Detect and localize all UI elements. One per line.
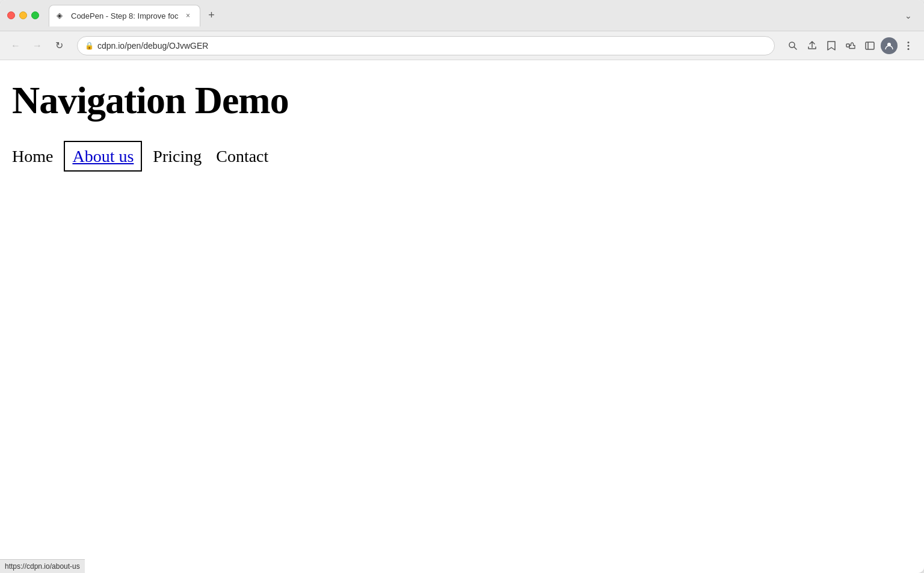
browser-window: ◈ CodePen - Step 8: Improve foc × + ⌄ ← … bbox=[0, 0, 924, 573]
svg-point-7 bbox=[908, 45, 910, 46]
forward-button[interactable]: → bbox=[29, 37, 46, 54]
tab-dropdown-button[interactable]: ⌄ bbox=[900, 7, 917, 24]
svg-rect-2 bbox=[846, 44, 849, 47]
active-tab[interactable]: ◈ CodePen - Step 8: Improve foc × bbox=[49, 5, 200, 26]
maximize-button[interactable] bbox=[31, 11, 39, 19]
nav-item-home: Home bbox=[12, 147, 53, 166]
bookmark-icon-button[interactable] bbox=[823, 37, 840, 54]
minimize-button[interactable] bbox=[19, 11, 27, 19]
svg-point-8 bbox=[908, 48, 910, 50]
nav-item-contact: Contact bbox=[216, 147, 268, 166]
status-bar: https://cdpn.io/about-us bbox=[0, 559, 85, 573]
reload-button[interactable]: ↻ bbox=[51, 37, 67, 54]
url-bar[interactable]: 🔒 cdpn.io/pen/debug/OJvwGER bbox=[77, 36, 775, 55]
codepen-icon: ◈ bbox=[57, 11, 66, 20]
nav-link-home[interactable]: Home bbox=[12, 147, 53, 166]
page-content: Navigation Demo Home About us Pricing Co… bbox=[0, 60, 924, 573]
share-icon-button[interactable] bbox=[804, 37, 821, 54]
page-title: Navigation Demo bbox=[12, 78, 912, 123]
profile-button[interactable] bbox=[881, 37, 898, 54]
tab-close-button[interactable]: × bbox=[183, 11, 192, 20]
address-bar: ← → ↻ 🔒 cdpn.io/pen/debug/OJvwGER bbox=[0, 31, 924, 60]
nav-link-about[interactable]: About us bbox=[67, 144, 138, 168]
extensions-icon-button[interactable] bbox=[842, 37, 859, 54]
svg-point-6 bbox=[908, 42, 910, 43]
title-bar: ◈ CodePen - Step 8: Improve foc × + ⌄ bbox=[0, 0, 924, 31]
new-tab-button[interactable]: + bbox=[203, 7, 220, 24]
close-button[interactable] bbox=[7, 11, 15, 19]
main-nav: Home About us Pricing Contact bbox=[12, 147, 912, 166]
traffic-lights bbox=[7, 11, 39, 19]
nav-list: Home About us Pricing Contact bbox=[12, 147, 912, 166]
url-text: cdpn.io/pen/debug/OJvwGER bbox=[97, 41, 767, 51]
lock-icon: 🔒 bbox=[85, 42, 94, 50]
nav-item-about: About us bbox=[67, 147, 138, 166]
nav-item-pricing: Pricing bbox=[153, 147, 202, 166]
tab-bar: ◈ CodePen - Step 8: Improve foc × + ⌄ bbox=[49, 5, 917, 26]
tab-title: CodePen - Step 8: Improve foc bbox=[71, 11, 178, 20]
svg-rect-3 bbox=[866, 42, 874, 49]
sidebar-icon-button[interactable] bbox=[861, 37, 878, 54]
status-url: https://cdpn.io/about-us bbox=[5, 562, 80, 571]
search-icon-button[interactable] bbox=[784, 37, 801, 54]
svg-line-1 bbox=[794, 47, 796, 49]
back-button[interactable]: ← bbox=[7, 37, 24, 54]
toolbar-icons bbox=[784, 37, 917, 54]
nav-link-pricing[interactable]: Pricing bbox=[153, 147, 202, 166]
more-menu-button[interactable] bbox=[900, 37, 917, 54]
nav-link-contact[interactable]: Contact bbox=[216, 147, 268, 166]
